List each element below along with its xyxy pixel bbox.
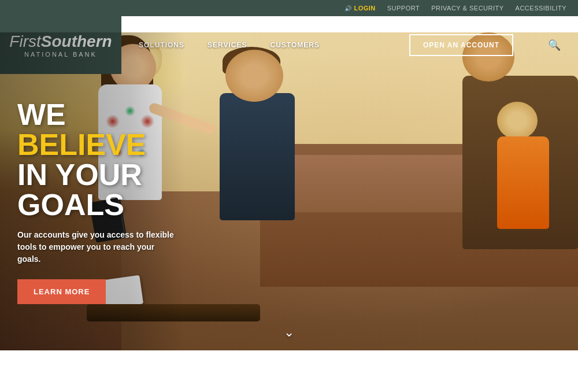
open-account-button[interactable]: OPEN AN ACCOUNT xyxy=(409,34,513,56)
nav-services[interactable]: SERVICES xyxy=(208,41,247,49)
learn-more-button[interactable]: LEARN MORE xyxy=(17,279,106,304)
headline-we: WE xyxy=(17,98,66,131)
child2-figure xyxy=(497,102,549,229)
search-icon[interactable]: 🔍 xyxy=(548,39,561,51)
accessibility-link[interactable]: ACCESSIBILITY xyxy=(516,5,566,12)
privacy-link[interactable]: PRIVACY & SECURITY xyxy=(431,5,503,12)
hero-subtext: Our accounts give you access to flexible… xyxy=(17,229,179,265)
headline-goals: GOALS xyxy=(17,188,124,221)
support-link[interactable]: SUPPORT xyxy=(387,5,420,12)
headline-believe: BELIEVE xyxy=(17,128,146,161)
boy-body xyxy=(220,93,295,220)
child2-body xyxy=(497,136,549,229)
child2-head xyxy=(497,102,538,139)
headline-in-your: IN YOUR xyxy=(17,158,142,191)
hero-content: WE BELIEVE IN YOUR GOALS Our accounts gi… xyxy=(17,99,179,304)
hero-section: WE BELIEVE IN YOUR GOALS Our accounts gi… xyxy=(0,32,578,350)
nav-customers[interactable]: CUSTOMERS xyxy=(270,41,319,49)
login-link[interactable]: LOGIN xyxy=(344,5,376,12)
scroll-down-arrow[interactable]: ⌄ xyxy=(284,325,294,340)
boy-figure xyxy=(220,50,295,220)
nav-links: SOLUTIONS SERVICES CUSTOMERS OPEN AN ACC… xyxy=(121,16,578,74)
hero-headline: WE BELIEVE IN YOUR GOALS xyxy=(17,99,179,220)
utility-bar: LOGIN SUPPORT PRIVACY & SECURITY ACCESSI… xyxy=(0,0,578,16)
